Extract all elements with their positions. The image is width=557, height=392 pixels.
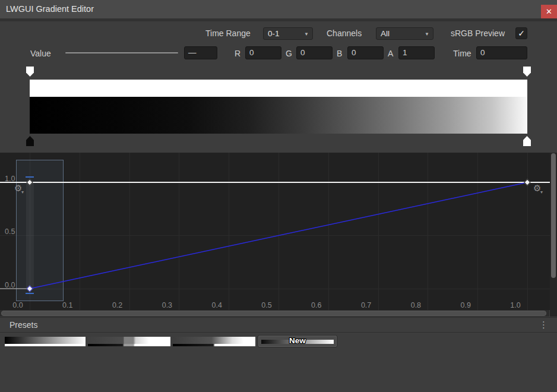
preset-alpha-strip bbox=[173, 344, 255, 346]
preset-gradient bbox=[5, 337, 86, 344]
x-axis-tick: 0.6 bbox=[308, 301, 325, 309]
chevron-down-icon: ▼ bbox=[304, 31, 309, 37]
channels-dropdown[interactable]: All ▼ bbox=[376, 27, 433, 40]
srgb-preview-label: sRGB Preview bbox=[451, 29, 505, 38]
presets-title: Presets bbox=[10, 320, 37, 330]
vertical-scrollbar[interactable] bbox=[550, 153, 557, 317]
window-title: LWGUI Gradient Editor bbox=[6, 4, 94, 14]
time-range-value: 0-1 bbox=[268, 29, 280, 38]
gradient-editor-window: LWGUI Gradient Editor ✕ Time Range 0-1 ▼… bbox=[0, 0, 557, 392]
x-axis-tick: 0.8 bbox=[407, 301, 424, 309]
chevron-down-icon: ▾ bbox=[540, 188, 543, 197]
x-axis-tick: 0.7 bbox=[358, 301, 375, 309]
preset-swatch-1[interactable] bbox=[5, 337, 86, 346]
key-options-gear-icon-right[interactable]: ⚙ ▾ bbox=[533, 184, 545, 194]
gradient-preview-strip[interactable] bbox=[30, 97, 527, 134]
curve-plot bbox=[0, 153, 557, 310]
preset-gradient bbox=[88, 337, 170, 344]
new-preset-label: New bbox=[258, 336, 337, 345]
b-field[interactable]: 0 bbox=[347, 46, 384, 59]
time-label: Time bbox=[453, 49, 471, 58]
y-axis-tick: 0.5 bbox=[5, 227, 23, 236]
x-axis-tick: 0.9 bbox=[457, 301, 474, 309]
srgb-preview-checkbox[interactable]: ✓ bbox=[515, 27, 527, 39]
preset-swatch-2[interactable] bbox=[88, 337, 170, 346]
curve-editor[interactable]: ⚙ ▾ ⚙ ▾ 1.0 0.5 0.0 0.00.10.20.30.40.50.… bbox=[0, 153, 557, 310]
a-field[interactable]: 1 bbox=[398, 46, 435, 59]
color-marker-start[interactable] bbox=[26, 136, 34, 146]
title-bar: LWGUI Gradient Editor bbox=[0, 0, 557, 18]
horizontal-scrollbar[interactable] bbox=[0, 310, 549, 317]
b-label: B bbox=[337, 49, 342, 58]
presets-header: Presets ⋮ bbox=[0, 317, 557, 333]
g-label: G bbox=[286, 49, 292, 58]
chevron-down-icon: ▼ bbox=[425, 31, 429, 37]
value-label: Value bbox=[30, 49, 51, 58]
r-field[interactable]: 0 bbox=[245, 46, 281, 59]
y-axis-tick: 1.0 bbox=[5, 175, 23, 183]
time-range-dropdown[interactable]: 0-1 ▼ bbox=[263, 27, 313, 40]
x-axis-tick: 0.1 bbox=[59, 301, 76, 309]
chevron-down-icon: ▾ bbox=[21, 188, 24, 197]
alpha-marker-end[interactable] bbox=[523, 67, 531, 77]
close-button[interactable]: ✕ bbox=[541, 5, 557, 18]
time-field[interactable]: 0 bbox=[476, 46, 527, 59]
new-preset-button[interactable]: New bbox=[258, 335, 337, 347]
vertical-scrollbar-thumb[interactable] bbox=[551, 153, 556, 278]
channels-value: All bbox=[381, 29, 390, 38]
x-axis-tick: 0.2 bbox=[109, 301, 126, 309]
x-axis-tick: 0.5 bbox=[258, 301, 275, 309]
value-curve-line bbox=[30, 182, 527, 289]
r-label: R bbox=[235, 49, 240, 58]
x-axis-tick: 0.4 bbox=[208, 301, 225, 309]
preset-alpha-strip bbox=[88, 344, 170, 346]
preset-alpha-strip bbox=[5, 344, 86, 346]
value-slider[interactable] bbox=[65, 52, 178, 53]
check-icon: ✓ bbox=[518, 29, 525, 38]
x-axis-tick: 1.0 bbox=[507, 301, 524, 309]
horizontal-scrollbar-thumb[interactable] bbox=[1, 311, 546, 316]
g-field[interactable]: 0 bbox=[296, 46, 333, 59]
key-selection-tick-top bbox=[26, 176, 34, 178]
alpha-preview-strip[interactable] bbox=[30, 80, 527, 97]
preset-swatch-3[interactable] bbox=[173, 337, 255, 346]
kebab-menu-icon[interactable]: ⋮ bbox=[539, 320, 548, 330]
key-options-gear-icon-left[interactable]: ⚙ ▾ bbox=[14, 184, 26, 194]
key-selection-tick-bottom bbox=[26, 293, 34, 294]
x-axis-tick: 0.3 bbox=[159, 301, 175, 309]
time-range-label: Time Range bbox=[205, 29, 251, 38]
color-marker-end[interactable] bbox=[523, 136, 531, 146]
y-axis-tick: 0.0 bbox=[5, 281, 23, 289]
value-field[interactable]: — bbox=[184, 46, 217, 59]
title-separator bbox=[0, 18, 557, 21]
x-axis-tick: 0.0 bbox=[10, 301, 26, 309]
alpha-marker-start[interactable] bbox=[26, 67, 34, 77]
a-label: A bbox=[388, 49, 393, 58]
channels-label: Channels bbox=[327, 29, 362, 38]
preset-gradient bbox=[173, 337, 255, 344]
